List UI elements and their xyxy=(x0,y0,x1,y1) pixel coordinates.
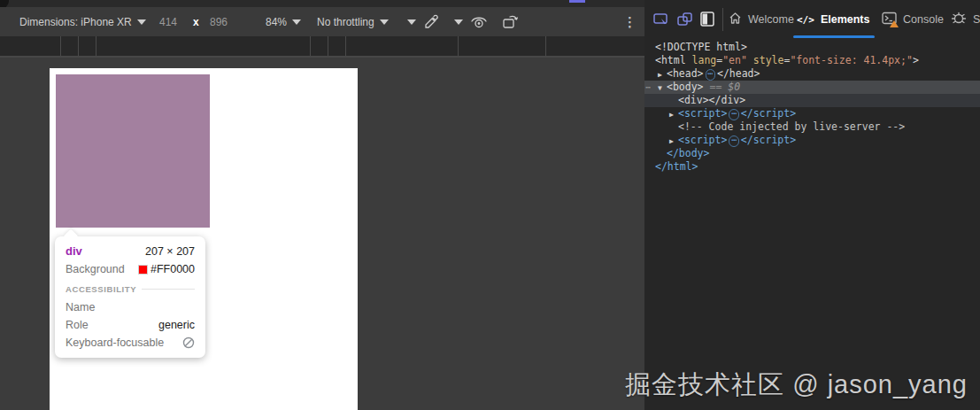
chevron-down-icon xyxy=(407,19,416,25)
code-token: <body> xyxy=(667,81,704,93)
expander-closed-icon[interactable]: ▶ xyxy=(669,108,674,121)
dom-tree-row[interactable]: <html lang="en" style="font-size: 41.4px… xyxy=(644,54,980,67)
vision-deficiency-button[interactable] xyxy=(470,7,488,36)
throttling-select[interactable]: No throttling xyxy=(317,7,389,36)
viewport-height-field[interactable]: 896 xyxy=(210,7,228,36)
toolbar-separator xyxy=(722,8,723,31)
background-ui-fragment xyxy=(569,0,585,3)
dropdown-button[interactable] xyxy=(454,7,463,36)
inspected-div-highlight[interactable] xyxy=(56,74,210,228)
collapsed-content-icon[interactable]: ⋯ xyxy=(729,135,738,147)
bug-icon xyxy=(951,11,967,28)
screencast-toggle-button[interactable] xyxy=(652,11,670,32)
dom-tree-row[interactable]: ▶<script>⋯</script> xyxy=(644,134,980,147)
dimensions-label: Dimensions: iPhone XR xyxy=(19,16,132,28)
code-token: <!DOCTYPE html> xyxy=(655,41,747,53)
code-token: <!-- Code injected by live-server --> xyxy=(678,120,905,133)
expander-closed-icon[interactable]: ▶ xyxy=(669,135,674,148)
dom-tree-row[interactable]: <!DOCTYPE html> xyxy=(644,41,980,54)
rotate-screen-icon xyxy=(676,16,694,31)
eye-icon xyxy=(470,15,488,29)
code-token: </script> xyxy=(741,107,796,120)
active-tab-underline xyxy=(793,35,875,38)
color-swatch xyxy=(138,265,148,275)
code-token: style xyxy=(753,54,784,66)
background-label: Background xyxy=(66,263,125,275)
tooltip-dimensions: 207 × 207 xyxy=(145,245,195,258)
expander-closed-icon[interactable]: ▶ xyxy=(658,68,662,81)
dom-tree-row[interactable]: </body> xyxy=(644,147,980,160)
device-toolbar: Dimensions: iPhone XR 414 x 896 84% No t… xyxy=(0,7,649,36)
rotate-device-button[interactable] xyxy=(502,7,520,36)
tooltip-caret xyxy=(64,229,79,244)
dropdown-button[interactable] xyxy=(407,7,416,36)
code-token: <script> xyxy=(678,134,727,146)
dom-tree-row[interactable]: ▶<head>⋯</head> xyxy=(644,67,980,81)
dom-tree: <!DOCTYPE html><html lang="en" style="fo… xyxy=(644,41,980,174)
collapsed-content-icon[interactable]: ⋯ xyxy=(706,69,715,81)
code-token: <head> xyxy=(667,67,704,80)
watermark: 掘金技术社区 @ jason_yang xyxy=(625,367,968,403)
code-token: <html xyxy=(655,54,692,66)
role-value: generic xyxy=(158,319,195,331)
tab-sources[interactable]: S xyxy=(951,0,980,39)
rotate-screen-button[interactable] xyxy=(676,11,694,32)
collapsed-content-icon[interactable]: ⋯ xyxy=(729,109,738,120)
devtools-panel: Welcome </> Elements Console S <!DOCTYPE… xyxy=(644,0,980,410)
ruler-divider xyxy=(310,36,311,56)
kebab-menu-icon: ⋮ xyxy=(623,14,637,30)
dock-side-button[interactable] xyxy=(699,11,716,31)
ruler-divider xyxy=(545,36,546,56)
dom-tree-row[interactable]: ⋯▼<body> == $0 xyxy=(644,81,980,94)
not-allowed-icon xyxy=(182,337,195,349)
tab-console[interactable]: Console xyxy=(882,0,944,39)
code-token: "font-size: 41.4px;" xyxy=(790,54,912,66)
dom-tree-row[interactable]: ▶<script>⋯</script> xyxy=(644,107,980,120)
chevron-down-icon xyxy=(292,19,301,25)
console-icon xyxy=(882,12,897,27)
code-icon: </> xyxy=(797,14,814,26)
code-token: <script> xyxy=(678,107,727,120)
code-token: lang xyxy=(692,54,717,66)
dom-tree-row[interactable]: <!-- Code injected by live-server --> xyxy=(644,120,980,134)
dimensions-select[interactable]: Dimensions: iPhone XR xyxy=(19,7,146,36)
dimension-separator: x xyxy=(193,7,199,36)
emulated-page[interactable]: div 207 × 207 Background #FF0000 ACCESSI… xyxy=(50,68,358,410)
code-token: > xyxy=(913,54,919,66)
code-token: </head> xyxy=(717,67,760,80)
viewport-width-field[interactable]: 414 xyxy=(159,7,177,36)
devtools-toolbar: Welcome </> Elements Console S xyxy=(644,0,980,39)
tab-elements[interactable]: </> Elements xyxy=(797,0,869,39)
code-token: </html> xyxy=(655,160,698,173)
code-token: == xyxy=(704,81,729,93)
chevron-down-icon xyxy=(380,19,389,25)
section-divider xyxy=(142,289,195,290)
more-options-button[interactable]: ⋮ xyxy=(623,7,637,36)
row-more-menu-icon[interactable]: ⋯ xyxy=(645,81,650,94)
accessibility-section-title: ACCESSIBILITY xyxy=(66,284,136,294)
chevron-down-icon xyxy=(454,19,463,25)
ruler-divider xyxy=(345,36,346,56)
zoom-select[interactable]: 84% xyxy=(266,7,301,36)
chevron-down-icon xyxy=(137,19,146,25)
dom-tree-row[interactable]: <div></div> xyxy=(644,94,980,107)
code-token: </script> xyxy=(741,134,796,146)
ruler-divider xyxy=(328,36,328,56)
ruler-divider xyxy=(96,36,96,56)
name-label: Name xyxy=(66,301,95,313)
code-token: $0 xyxy=(728,81,740,93)
eyedropper-button[interactable] xyxy=(424,7,439,36)
code-token xyxy=(747,54,753,66)
tab-welcome[interactable]: Welcome xyxy=(729,0,794,39)
code-token: </body> xyxy=(667,147,709,159)
tooltip-tag-name: div xyxy=(66,244,82,258)
warning-icon xyxy=(890,20,899,27)
media-query-bar[interactable] xyxy=(0,36,649,58)
dom-tree-row[interactable]: </html> xyxy=(644,160,980,174)
device-emulation-pane: Dimensions: iPhone XR 414 x 896 84% No t… xyxy=(0,0,649,410)
code-token: "en" xyxy=(722,54,747,66)
inspect-tooltip: div 207 × 207 Background #FF0000 ACCESSI… xyxy=(55,236,205,358)
background-hex: #FF0000 xyxy=(150,263,195,275)
ruler-divider xyxy=(458,36,459,56)
expander-open-icon[interactable]: ▼ xyxy=(658,81,662,95)
